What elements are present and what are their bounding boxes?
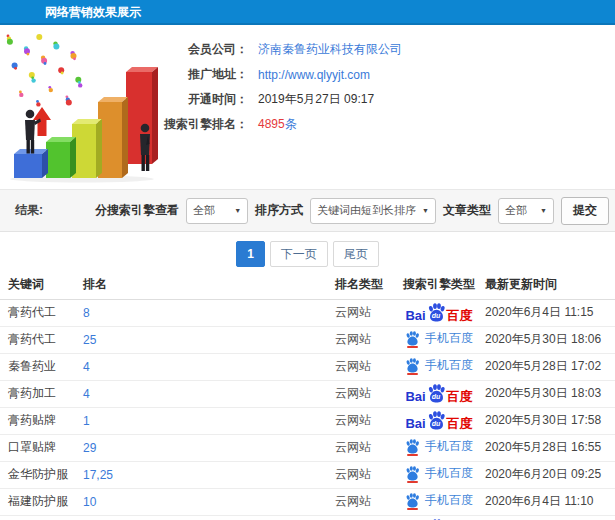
header-update-time: 最新更新时间 (485, 271, 615, 299)
search-engine-rank-count: 4895条 (258, 116, 297, 133)
mobile-baidu-link[interactable]: 手机百度 (425, 330, 473, 347)
info-label: 开通时间： (160, 91, 248, 108)
cell-search-engine: Baidu百度 (393, 299, 485, 326)
baidu-paw-icon (405, 331, 420, 346)
rank-type-text: 云网站 (335, 332, 371, 346)
header-search-engine: 搜索引擎类型 (393, 271, 485, 299)
filter-controls: 分搜索引擎查看 全部 ▼ 排序方式 关键词由短到长排序 ▼ 文章类型 全部 ▼ … (95, 197, 609, 225)
baidu-logo-bai: Bai (405, 417, 425, 430)
cell-search-engine: Baidu百度 (393, 407, 485, 434)
baidu-logo-du: du (427, 420, 446, 427)
mobile-baidu-link[interactable]: 手机百度 (425, 465, 473, 482)
mobile-baidu-link[interactable]: 手机百度 (425, 438, 473, 455)
rank-link[interactable]: 10 (83, 495, 96, 509)
keyword-text: 膏药代工 (8, 305, 56, 319)
cell-rank: 29 (83, 434, 335, 461)
info-label: 会员公司： (160, 41, 248, 58)
rank-type-text: 云网站 (335, 494, 371, 508)
rank-link[interactable]: 29 (83, 441, 96, 455)
next-page-button[interactable]: 下一页 (270, 241, 328, 267)
mobile-baidu-underline (407, 508, 418, 510)
mobile-baidu: 手机百度 (405, 492, 473, 509)
cell-rank-type (335, 515, 393, 520)
filter-bar: 结果: 分搜索引擎查看 全部 ▼ 排序方式 关键词由短到长排序 ▼ 文章类型 全… (0, 189, 615, 232)
rank-link[interactable]: 4 (83, 387, 90, 401)
bar-orange (98, 97, 128, 178)
cell-search-engine: 手机百度 (393, 326, 485, 353)
info-label: 搜索引擎排名： (160, 116, 248, 133)
cell-rank-type: 云网站 (335, 380, 393, 407)
rank-type-text: 云网站 (335, 305, 371, 319)
baidu-logo-cn: 百度 (447, 309, 473, 322)
info-value: 2019年5月27日 09:17 (258, 91, 374, 108)
keyword-text: 膏药贴牌 (8, 413, 56, 427)
header-rank-type: 排名类型 (335, 271, 393, 299)
baidu-logo: Baidu百度 (405, 411, 472, 430)
article-type-select[interactable]: 全部 ▼ (498, 198, 554, 224)
table-row: 金华防护服17,25云网站手机百度2020年6月20日 09:25 (0, 461, 615, 488)
member-info: 会员公司：济南秦鲁药业科技有限公司推广地址：http://www.qlyyjt.… (160, 37, 600, 137)
cell-rank: 10 (83, 488, 335, 515)
update-time-text: 2020年6月4日 11:10 (485, 494, 594, 508)
cell-keyword (0, 515, 83, 520)
baidu-logo-paw: du (427, 384, 446, 403)
engine-filter-select[interactable]: 全部 ▼ (186, 198, 248, 224)
cell-search-engine: Baidu百度 (393, 515, 485, 520)
mobile-baidu: 手机百度 (405, 330, 473, 347)
rank-link[interactable]: 4 (83, 360, 90, 374)
rank-type-text: 云网站 (335, 413, 371, 427)
baidu-logo-bai: Bai (405, 390, 425, 403)
cell-rank: 4 (83, 380, 335, 407)
cell-keyword: 福建防护服 (0, 488, 83, 515)
article-type-label: 文章类型 (443, 202, 491, 219)
table-row: 福建防护服10云网站手机百度2020年6月4日 11:10 (0, 488, 615, 515)
rank-link[interactable]: 1 (83, 414, 90, 428)
cell-update-time: 2020年5月30日 17:58 (485, 407, 615, 434)
cell-rank-type: 云网站 (335, 434, 393, 461)
cell-keyword: 膏药代工 (0, 299, 83, 326)
submit-button[interactable]: 提交 (561, 197, 609, 225)
rank-link[interactable]: 8 (83, 306, 90, 320)
sort-value: 关键词由短到长排序 (317, 203, 416, 218)
cell-update-time: 2020年6月4日 11:10 (485, 488, 615, 515)
mobile-baidu-link[interactable]: 手机百度 (425, 357, 473, 374)
mobile-baidu-underline (407, 454, 418, 456)
cell-keyword: 膏药加工 (0, 380, 83, 407)
baidu-logo-paw: du (427, 303, 446, 322)
rank-count-number: 4895 (258, 117, 285, 131)
engine-filter-label: 分搜索引擎查看 (95, 202, 179, 219)
mobile-baidu-underline (407, 481, 418, 483)
info-row: 开通时间：2019年5月27日 09:17 (160, 87, 600, 112)
sort-label: 排序方式 (255, 202, 303, 219)
rank-link[interactable]: 17,25 (83, 468, 113, 482)
cell-keyword: 秦鲁药业 (0, 353, 83, 380)
baidu-logo: Baidu百度 (405, 384, 472, 403)
baidu-paw-icon (405, 493, 420, 508)
mobile-baidu: 手机百度 (405, 465, 473, 482)
sort-select[interactable]: 关键词由短到长排序 ▼ (310, 198, 436, 224)
baidu-logo: Baidu百度 (405, 303, 472, 322)
mobile-baidu: 手机百度 (405, 438, 473, 455)
cell-update-time: 2020年5月30日 18:03 (485, 380, 615, 407)
cell-keyword: 金华防护服 (0, 461, 83, 488)
cell-update-time: 2020年5月28日 16:55 (485, 434, 615, 461)
update-time-text: 2020年5月28日 16:55 (485, 440, 601, 454)
mobile-baidu-paw-icon (405, 493, 420, 508)
baidu-logo-bai: Bai (405, 309, 425, 322)
rank-link[interactable]: 25 (83, 333, 96, 347)
info-value-link[interactable]: 济南秦鲁药业科技有限公司 (258, 41, 402, 58)
rank-type-text: 云网站 (335, 440, 371, 454)
table-header-row: 关键词 排名 排名类型 搜索引擎类型 最新更新时间 (0, 271, 615, 299)
cell-rank: 1 (83, 407, 335, 434)
rank-type-text: 云网站 (335, 359, 371, 373)
baidu-paw-icon (405, 439, 420, 454)
chevron-down-icon: ▼ (234, 207, 241, 214)
info-value-link[interactable]: http://www.qlyyjt.com (258, 68, 370, 82)
page-button-current[interactable]: 1 (236, 241, 265, 267)
table-row: 口罩贴牌29云网站手机百度2020年5月28日 16:55 (0, 434, 615, 461)
mobile-baidu-link[interactable]: 手机百度 (425, 492, 473, 509)
baidu-logo-cn: 百度 (447, 390, 473, 403)
last-page-button[interactable]: 尾页 (333, 241, 379, 267)
mobile-baidu-paw-icon (405, 358, 420, 373)
mobile-baidu-underline (407, 373, 418, 375)
